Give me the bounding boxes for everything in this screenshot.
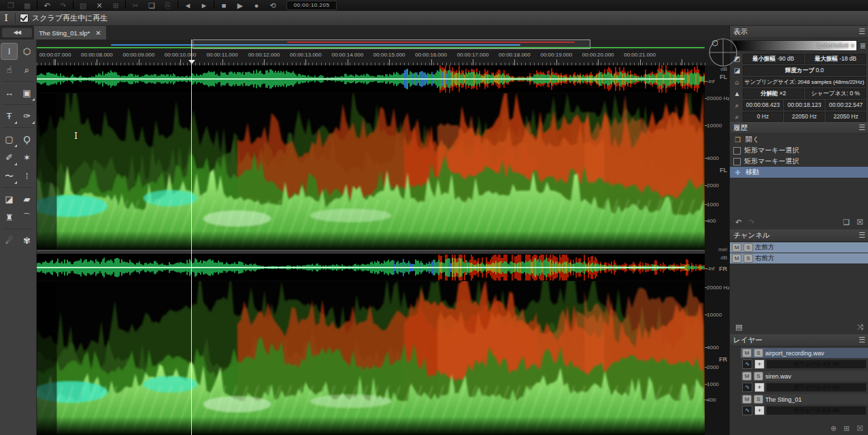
delete-selection-icon[interactable]: ✕ <box>91 1 107 10</box>
volume-slider[interactable]: ボリューム 0.0 dB <box>767 383 866 391</box>
layer-color-chip[interactable] <box>731 371 739 393</box>
pen-tool[interactable]: ✑ <box>18 108 35 125</box>
channel-splitter[interactable] <box>37 250 729 255</box>
3d-view-compass[interactable]: ⬡ <box>706 37 737 68</box>
spectral-editor-view[interactable]: 00:00:07.00000:00:08.00000:00:09.00000:0… <box>37 39 729 435</box>
retouch-tool[interactable]: ☄ <box>1 232 18 249</box>
playhead-line[interactable] <box>191 39 192 435</box>
mute-button[interactable]: M <box>732 254 741 263</box>
brush-select-tool[interactable]: ✐ <box>1 149 18 166</box>
history-item-marquee-1[interactable]: 矩形マーキー選択 <box>730 145 868 156</box>
play-icon[interactable]: ▶ <box>232 1 248 10</box>
tab-the-sting-01[interactable]: The Sting_01.slp* ✕ <box>34 26 106 39</box>
add-effect-button[interactable]: + <box>754 359 765 369</box>
add-effect-button[interactable]: + <box>754 406 765 415</box>
spectrogram-front-right[interactable] <box>37 281 705 435</box>
timeline-overview[interactable] <box>37 39 729 50</box>
zoom-tool[interactable]: ⌕ <box>18 61 35 78</box>
amplify-brush-tool[interactable]: ▰ <box>18 191 35 208</box>
panel-menu-icon[interactable]: ☰ <box>858 231 865 240</box>
max-amplitude-slider[interactable]: 最大振幅 -18 dB <box>805 54 867 64</box>
channel-front-left[interactable]: M S 左前方 <box>730 242 868 253</box>
layer-the-sting-01[interactable]: M S The Sting_01 ∿ + ボリューム 0.0 dB <box>730 394 868 416</box>
transport-timecode[interactable]: 00:00:10.205 <box>286 1 337 10</box>
freq-high-field[interactable]: 22050 Hz <box>784 112 824 122</box>
trash-icon[interactable]: ☒ <box>856 218 863 227</box>
mute-button[interactable]: M <box>742 395 752 404</box>
clone-stamp-tool[interactable]: ♜ <box>1 209 18 226</box>
collapse-panel-button[interactable]: ◀◀ <box>2 28 32 37</box>
lasso-tool[interactable]: Ϙ <box>18 131 35 148</box>
time-end-field[interactable]: 00:00:22.547 <box>826 100 866 110</box>
sharpness-slider[interactable]: シャープネス: 0 % <box>805 88 867 99</box>
solo-button[interactable]: S <box>744 254 753 263</box>
paste-icon[interactable]: ⎘ <box>160 1 176 10</box>
resolution-slider[interactable]: 分解能 ×2 <box>743 88 804 99</box>
3d-navigation-tool[interactable]: ⬡ <box>18 43 35 60</box>
waveform-front-left[interactable] <box>37 65 705 93</box>
solo-button[interactable]: S <box>754 372 763 381</box>
spectrogram-front-left[interactable] <box>37 93 705 250</box>
time-start-field[interactable]: 00:00:08.423 <box>743 100 783 110</box>
eraser-tool[interactable]: ◪ <box>1 191 18 208</box>
colormap-dropdown[interactable]: CubeHelix9 ▾ <box>733 40 857 51</box>
skip-start-icon[interactable]: ◄ <box>180 1 196 10</box>
history-item-move[interactable]: ✚ 移動 <box>730 167 868 178</box>
volume-slider[interactable]: ボリューム 0.0 dB <box>767 360 866 368</box>
channel-routing-icon[interactable]: ⤨ <box>857 323 863 332</box>
solo-button[interactable]: S <box>754 395 763 404</box>
layers-blend-icon[interactable]: ≣ <box>860 42 866 50</box>
brightness-curve-slider[interactable]: 輝度カーブ 0.0 <box>743 65 866 76</box>
freq-low-field[interactable]: 0 Hz <box>743 112 783 122</box>
save-icon[interactable]: ▦ <box>19 1 35 10</box>
min-amplitude-slider[interactable]: 最小振幅 -90 dB <box>743 54 804 64</box>
mute-button[interactable]: M <box>732 243 741 252</box>
cut-icon[interactable]: ✂ <box>127 1 144 10</box>
text-cursor-tool[interactable]: I <box>1 43 18 60</box>
layer-airport-recording[interactable]: M S airport_recording.wav ∿ + ボリューム 0.0 … <box>730 348 868 370</box>
redo-icon[interactable]: ↷ <box>748 218 754 227</box>
layer-color-chip[interactable] <box>731 348 739 370</box>
sampling-size-slider[interactable]: サンプリングサイズ: 2048 samples (48ms/22Hz) <box>743 77 866 87</box>
time-position-field[interactable]: 00:00:18.123 <box>784 100 824 110</box>
transform-tool[interactable]: ▣ <box>18 84 35 101</box>
volume-slider[interactable]: ボリューム 0.0 dB <box>767 406 866 415</box>
record-icon[interactable]: ● <box>248 1 265 10</box>
rect-marquee-tool[interactable]: ▢ <box>1 131 18 148</box>
history-item-open[interactable]: ❐ 開く <box>730 134 868 145</box>
layer-color-chip[interactable] <box>731 394 739 416</box>
redo-icon[interactable]: ↷ <box>55 1 71 10</box>
transpose-tool[interactable]: Ŧ <box>1 108 18 125</box>
add-group-icon[interactable]: ⊞ <box>844 424 850 433</box>
undo-icon[interactable]: ↶ <box>39 1 55 10</box>
freq-range-field[interactable]: 22050 Hz <box>826 112 866 122</box>
time-ruler[interactable]: 00:00:07.00000:00:08.00000:00:09.00000:0… <box>37 50 729 66</box>
spray-tool[interactable]: ✾ <box>18 232 35 249</box>
hand-tool[interactable]: ☝ <box>1 61 18 78</box>
heal-tool[interactable]: ⌒ <box>18 209 35 226</box>
channel-view-area[interactable]: dBFL-inf20000 Hz100004000FL20001000400me… <box>37 65 729 435</box>
mute-button[interactable]: M <box>742 372 752 381</box>
solo-button[interactable]: S <box>754 349 763 357</box>
harmonics-select-tool[interactable]: ⁞ <box>18 167 35 184</box>
waveform-front-right[interactable] <box>37 255 705 280</box>
duplicate-icon[interactable]: ❏ <box>843 218 850 227</box>
undo-icon[interactable]: ↶ <box>735 218 741 227</box>
panel-menu-icon[interactable]: ☰ <box>858 27 865 36</box>
stop-icon[interactable]: ■ <box>216 1 232 10</box>
open-file-icon[interactable]: ❐ <box>3 1 19 10</box>
channel-front-right[interactable]: M S 右前方 <box>730 253 868 263</box>
trash-icon[interactable]: ☒ <box>856 424 863 433</box>
panel-menu-icon[interactable]: ☰ <box>858 336 865 344</box>
mute-button[interactable]: M <box>742 349 752 357</box>
copy-icon[interactable]: ❏ <box>144 1 160 10</box>
playhead-marker[interactable] <box>188 60 195 67</box>
overview-selection-range[interactable] <box>193 39 590 49</box>
frequency-select-tool[interactable]: 〜 <box>1 167 18 184</box>
time-stretch-tool[interactable]: ↔ <box>1 84 18 101</box>
panel-menu-icon[interactable]: ☰ <box>858 123 865 132</box>
magic-wand-tool[interactable]: ✶ <box>18 149 35 166</box>
scrub-playback-checkbox[interactable] <box>20 14 29 22</box>
history-item-marquee-2[interactable]: 矩形マーキー選択 <box>730 156 868 167</box>
add-layer-icon[interactable]: ⊕ <box>831 424 837 433</box>
